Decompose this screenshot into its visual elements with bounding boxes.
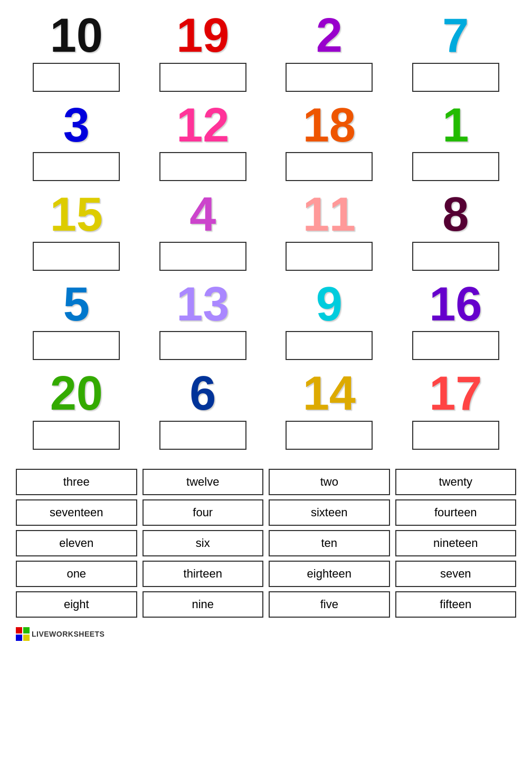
- word-box-nine[interactable]: nine: [142, 591, 264, 618]
- word-box-twenty[interactable]: twenty: [395, 469, 517, 495]
- logo-icon: [16, 627, 30, 641]
- footer: LIVEWORKSHEETS: [16, 627, 516, 641]
- number-cell-15: 15: [16, 190, 137, 276]
- number-cell-7: 7: [395, 11, 517, 97]
- number-cell-1: 1: [395, 100, 517, 187]
- number-10: 10: [50, 11, 103, 61]
- number-cell-17: 17: [395, 368, 517, 455]
- answer-box-1[interactable]: [412, 152, 499, 181]
- numbers-grid: 1019273121811541185139162061417: [16, 11, 516, 458]
- word-box-sixteen[interactable]: sixteen: [269, 499, 390, 526]
- word-box-eleven[interactable]: eleven: [16, 530, 137, 556]
- answer-box-13[interactable]: [159, 331, 246, 360]
- number-7: 7: [442, 11, 469, 61]
- answer-box-8[interactable]: [412, 242, 499, 271]
- answer-box-14[interactable]: [286, 421, 373, 450]
- word-box-five[interactable]: five: [269, 591, 390, 618]
- answer-box-20[interactable]: [33, 421, 120, 450]
- number-13: 13: [176, 279, 229, 329]
- number-cell-8: 8: [395, 190, 517, 276]
- number-5: 5: [63, 279, 90, 329]
- answer-box-10[interactable]: [33, 63, 120, 92]
- answer-box-5[interactable]: [33, 331, 120, 360]
- number-14: 14: [303, 368, 356, 419]
- answer-box-11[interactable]: [286, 242, 373, 271]
- answer-box-7[interactable]: [412, 63, 499, 92]
- number-cell-19: 19: [142, 11, 264, 97]
- number-cell-12: 12: [142, 100, 264, 187]
- answer-box-15[interactable]: [33, 242, 120, 271]
- word-box-three[interactable]: three: [16, 469, 137, 495]
- number-cell-2: 2: [269, 11, 390, 97]
- number-9: 9: [316, 279, 343, 329]
- number-2: 2: [316, 11, 343, 61]
- number-20: 20: [50, 368, 103, 419]
- answer-box-6[interactable]: [159, 421, 246, 450]
- liveworksheets-logo: LIVEWORKSHEETS: [16, 627, 104, 641]
- number-16: 16: [429, 279, 482, 329]
- word-box-eight[interactable]: eight: [16, 591, 137, 618]
- number-cell-20: 20: [16, 368, 137, 455]
- number-cell-11: 11: [269, 190, 390, 276]
- number-6: 6: [189, 368, 216, 419]
- answer-box-19[interactable]: [159, 63, 246, 92]
- number-8: 8: [442, 190, 469, 240]
- answer-box-16[interactable]: [412, 331, 499, 360]
- number-cell-5: 5: [16, 279, 137, 366]
- number-15: 15: [50, 190, 103, 240]
- brand-name: LIVEWORKSHEETS: [32, 630, 104, 638]
- number-11: 11: [303, 190, 356, 240]
- number-cell-4: 4: [142, 190, 264, 276]
- answer-box-9[interactable]: [286, 331, 373, 360]
- word-box-fifteen[interactable]: fifteen: [395, 591, 517, 618]
- word-box-eighteen[interactable]: eighteen: [269, 561, 390, 587]
- answer-box-3[interactable]: [33, 152, 120, 181]
- word-box-nineteen[interactable]: nineteen: [395, 530, 517, 556]
- number-18: 18: [303, 100, 356, 150]
- number-3: 3: [63, 100, 90, 150]
- answer-box-17[interactable]: [412, 421, 499, 450]
- number-19: 19: [176, 11, 229, 61]
- answer-box-18[interactable]: [286, 152, 373, 181]
- word-box-six[interactable]: six: [142, 530, 264, 556]
- word-box-four[interactable]: four: [142, 499, 264, 526]
- word-box-thirteen[interactable]: thirteen: [142, 561, 264, 587]
- word-box-ten[interactable]: ten: [269, 530, 390, 556]
- word-box-one[interactable]: one: [16, 561, 137, 587]
- word-box-fourteen[interactable]: fourteen: [395, 499, 517, 526]
- answer-box-4[interactable]: [159, 242, 246, 271]
- number-cell-13: 13: [142, 279, 264, 366]
- number-4: 4: [189, 190, 216, 240]
- number-12: 12: [176, 100, 229, 150]
- answer-box-2[interactable]: [286, 63, 373, 92]
- number-1: 1: [442, 100, 469, 150]
- word-box-seven[interactable]: seven: [395, 561, 517, 587]
- number-17: 17: [429, 368, 482, 419]
- number-cell-6: 6: [142, 368, 264, 455]
- number-cell-16: 16: [395, 279, 517, 366]
- number-cell-9: 9: [269, 279, 390, 366]
- number-cell-10: 10: [16, 11, 137, 97]
- word-box-seventeen[interactable]: seventeen: [16, 499, 137, 526]
- word-box-two[interactable]: two: [269, 469, 390, 495]
- answer-box-12[interactable]: [159, 152, 246, 181]
- words-grid[interactable]: threetwelvetwotwentyseventeenfoursixteen…: [16, 469, 516, 618]
- word-box-twelve[interactable]: twelve: [142, 469, 264, 495]
- number-cell-14: 14: [269, 368, 390, 455]
- number-cell-3: 3: [16, 100, 137, 187]
- number-cell-18: 18: [269, 100, 390, 187]
